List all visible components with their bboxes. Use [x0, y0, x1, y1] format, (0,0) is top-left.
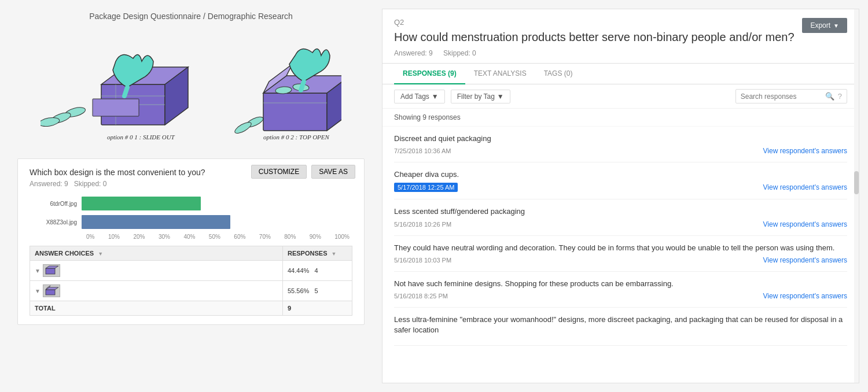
bar-container-2	[82, 215, 352, 229]
left-panel: Package Design Questionnaire / Demograph…	[0, 0, 382, 392]
total-count: 9	[283, 301, 352, 316]
save-button[interactable]: SAVE AS	[311, 165, 355, 179]
q-stats: Answered: 9 Skipped: 0	[394, 49, 847, 57]
answered-count: Answered: 9	[394, 49, 433, 57]
response-date-5: 5/16/2018 8:25 PM	[394, 293, 448, 299]
response-meta-5: 5/16/2018 8:25 PM View respondent's answ…	[394, 292, 847, 300]
response-date-4: 5/16/2018 10:03 PM	[394, 257, 451, 264]
right-panel: Q2 How could menstruation products bette…	[382, 9, 859, 383]
bar-row-2: X88Z3ol.jpg	[30, 215, 352, 229]
q-number: Q2	[394, 18, 847, 27]
response-item-4: They could have neutral wording and deco…	[394, 236, 847, 272]
svg-rect-11	[263, 93, 327, 131]
expand-arrow-1[interactable]: ▼	[35, 268, 41, 274]
response-meta-1: 7/25/2018 10:36 AM View respondent's ans…	[394, 147, 847, 155]
tab-tags[interactable]: TAGS (0)	[535, 64, 582, 84]
view-answers-link-5[interactable]: View respondent's answers	[763, 292, 847, 300]
thumbnail-cell-2: ▼	[35, 284, 278, 297]
search-box: 🔍 ?	[735, 89, 847, 103]
sort-arrow-1: ▼	[98, 251, 103, 257]
response-text-6: Less ultra-feminine "embrace your womanh…	[394, 315, 847, 335]
total-label: TOTAL	[30, 301, 283, 316]
response-item-1: Discreet and quiet packaging 7/25/2018 1…	[394, 127, 847, 162]
chart-meta: Answered: 9 Skipped: 0	[30, 180, 352, 188]
answer-table: ANSWER CHOICES ▼ RESPONSES ▼ ▼	[30, 246, 352, 316]
response-date-2: 5/17/2018 12:25 AM	[394, 183, 458, 192]
response-item-6: Less ultra-feminine "embrace your womanh…	[394, 308, 847, 346]
customize-button[interactable]: CUSTOMIZE	[251, 165, 307, 179]
view-answers-link-1[interactable]: View respondent's answers	[763, 147, 847, 155]
right-header: Q2 How could menstruation products bette…	[382, 9, 859, 64]
response-text-5: Not have such feminine designs. Shopping…	[394, 279, 847, 289]
search-icon: 🔍	[825, 92, 834, 101]
response-date-1: 7/25/2018 10:36 AM	[394, 147, 451, 154]
svg-rect-21	[46, 268, 55, 274]
export-arrow-icon: ▼	[833, 23, 839, 29]
response-text-4: They could have neutral wording and deco…	[394, 243, 847, 253]
svg-text:option # 0 1 : SLIDE OUT: option # 0 1 : SLIDE OUT	[107, 134, 175, 140]
bar-label-2: X88Z3ol.jpg	[30, 219, 82, 225]
bar-row-1: 6tdrOff.jpg	[30, 197, 352, 210]
view-answers-link-2[interactable]: View respondent's answers	[763, 183, 847, 191]
bar-container-1	[82, 197, 352, 210]
search-input[interactable]	[741, 93, 822, 101]
view-answers-link-4[interactable]: View respondent's answers	[763, 256, 847, 264]
bar-fill-2	[82, 215, 230, 229]
q-title: How could menstruation products better s…	[394, 29, 847, 45]
svg-rect-23	[46, 290, 55, 295]
expand-arrow-2[interactable]: ▼	[35, 288, 41, 294]
response-text-3: Less scented stuff/gendered packaging	[394, 206, 847, 217]
add-tags-button[interactable]: Add Tags ▼	[394, 90, 445, 103]
table-total-row: TOTAL 9	[30, 301, 352, 316]
bar-chart-area: 6tdrOff.jpg X88Z3ol.jpg 0% 10% 20% 30%	[30, 197, 352, 240]
sort-arrow-2: ▼	[332, 251, 337, 257]
svg-marker-22	[46, 266, 58, 268]
filter-tag-chevron-icon: ▼	[497, 93, 504, 101]
filter-by-tag-button[interactable]: Filter by Tag ▼	[451, 90, 510, 103]
breadcrumb: Package Design Questionnaire / Demograph…	[17, 12, 365, 21]
thumbnail-1	[43, 264, 60, 277]
tabs-bar: RESPONSES (9) TEXT ANALYSIS TAGS (0)	[382, 64, 859, 84]
bar-fill-1	[82, 197, 201, 210]
svg-point-9	[41, 116, 60, 128]
scrollbar-thumb[interactable]	[854, 171, 859, 194]
thumbnail-cell-1: ▼	[35, 264, 278, 277]
col-header-choices: ANSWER CHOICES ▼	[30, 246, 283, 261]
response-meta-3: 5/16/2018 10:26 PM View respondent's ans…	[394, 220, 847, 228]
skipped-count: Skipped: 0	[443, 49, 476, 57]
table-row-2: ▼ 55.56% 5	[30, 281, 352, 301]
survey-image-area: option # 0 1 : SLIDE OUT	[17, 32, 365, 150]
tab-responses[interactable]: RESPONSES (9)	[394, 64, 465, 84]
response-text-2: Cheaper diva cups.	[394, 169, 847, 180]
tab-text-analysis[interactable]: TEXT ANALYSIS	[465, 64, 535, 84]
response-meta-4: 5/16/2018 10:03 PM View respondent's ans…	[394, 256, 847, 264]
response-item-3: Less scented stuff/gendered packaging 5/…	[394, 199, 847, 235]
scrollbar-track[interactable]	[854, 9, 859, 383]
response-item-2: Cheaper diva cups. 5/17/2018 12:25 AM Vi…	[394, 162, 847, 199]
filter-bar: Add Tags ▼ Filter by Tag ▼ 🔍 ?	[382, 84, 859, 109]
customize-save-bar: CUSTOMIZE SAVE AS	[251, 165, 355, 179]
bar-label-1: 6tdrOff.jpg	[30, 201, 82, 207]
table-row-1: ▼ 44.44% 4	[30, 261, 352, 281]
help-icon[interactable]: ?	[838, 92, 842, 101]
chart-card: CUSTOMIZE SAVE AS Which box design is th…	[17, 158, 365, 325]
x-axis: 0% 10% 20% 30% 40% 50% 60% 70% 80% 90% 1…	[86, 234, 352, 240]
response-item-5: Not have such feminine designs. Shopping…	[394, 272, 847, 308]
thumbnail-2	[43, 284, 60, 297]
response-text-1: Discreet and quiet packaging	[394, 134, 847, 144]
showing-count: Showing 9 responses	[382, 109, 859, 127]
response-date-3: 5/16/2018 10:26 PM	[394, 221, 451, 228]
col-header-responses: RESPONSES ▼	[283, 246, 352, 261]
responses-list[interactable]: Discreet and quiet packaging 7/25/2018 1…	[382, 127, 859, 383]
svg-rect-6	[93, 99, 139, 116]
view-answers-link-3[interactable]: View respondent's answers	[763, 220, 847, 228]
svg-point-19	[233, 120, 253, 135]
response-meta-2: 5/17/2018 12:25 AM View respondent's ans…	[394, 183, 847, 192]
svg-text:option # 0 2 : TOP OPEN: option # 0 2 : TOP OPEN	[263, 134, 330, 140]
export-button[interactable]: Export ▼	[802, 18, 847, 33]
box-illustration: option # 0 1 : SLIDE OUT	[41, 32, 341, 148]
add-tags-chevron-icon: ▼	[432, 93, 439, 101]
